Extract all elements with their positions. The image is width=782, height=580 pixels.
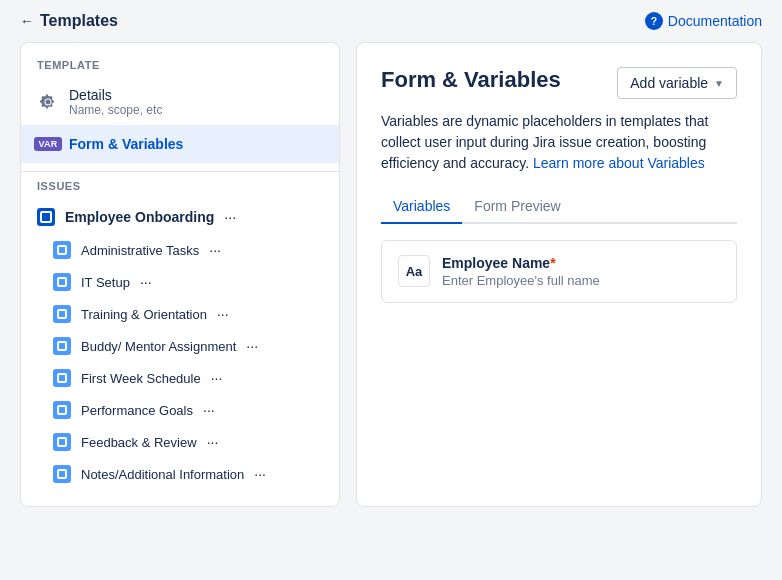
issue-child-title: Performance Goals [81, 403, 193, 418]
sidebar-divider [21, 171, 339, 172]
issue-child-item[interactable]: Performance Goals ··· [21, 394, 339, 426]
issue-child-icon [53, 337, 71, 355]
issues-section-label: ISSUES [21, 180, 339, 200]
add-variable-button[interactable]: Add variable ▼ [617, 67, 737, 99]
issue-child-item[interactable]: Administrative Tasks ··· [21, 234, 339, 266]
issue-parent-icon [37, 208, 55, 226]
issue-child-title: Feedback & Review [81, 435, 197, 450]
variable-name: Employee Name* [442, 255, 720, 271]
issue-child-menu[interactable]: ··· [217, 306, 229, 322]
variable-name-text: Employee Name [442, 255, 550, 271]
documentation-link[interactable]: ? Documentation [645, 12, 762, 30]
right-panel: Form & Variables Add variable ▼ Variable… [356, 42, 762, 507]
documentation-label: Documentation [668, 13, 762, 29]
details-text: Details Name, scope, etc [69, 87, 323, 117]
issue-child-icon [53, 305, 71, 323]
panel-title: Form & Variables [381, 67, 561, 93]
issue-child-menu[interactable]: ··· [207, 434, 219, 450]
top-bar: ← Templates ? Documentation [0, 0, 782, 42]
gear-icon [37, 91, 59, 113]
issue-child-menu[interactable]: ··· [140, 274, 152, 290]
issue-parent-item[interactable]: Employee Onboarding ··· [21, 200, 339, 234]
sidebar: TEMPLATE Details Name, scope, etc VAR Fo… [20, 42, 340, 507]
issue-child-title: Buddy/ Mentor Assignment [81, 339, 236, 354]
form-variables-text: Form & Variables [69, 136, 323, 152]
template-section-label: TEMPLATE [21, 59, 339, 79]
issue-child-menu[interactable]: ··· [254, 466, 266, 482]
tab-form-preview[interactable]: Form Preview [462, 190, 572, 224]
issue-child-title: Administrative Tasks [81, 243, 199, 258]
issue-child-icon [53, 465, 71, 483]
issue-child-menu[interactable]: ··· [211, 370, 223, 386]
issue-child-menu[interactable]: ··· [209, 242, 221, 258]
form-variables-title: Form & Variables [69, 136, 323, 152]
variable-placeholder: Enter Employee's full name [442, 273, 720, 288]
required-marker: * [550, 255, 555, 271]
issue-child-item[interactable]: Notes/Additional Information ··· [21, 458, 339, 490]
sidebar-item-details[interactable]: Details Name, scope, etc [21, 79, 339, 125]
chevron-down-icon: ▼ [714, 78, 724, 89]
issue-parent-title: Employee Onboarding [65, 209, 214, 225]
tab-variables[interactable]: Variables [381, 190, 462, 224]
issue-child-title: First Week Schedule [81, 371, 201, 386]
issue-child-icon [53, 433, 71, 451]
details-title: Details [69, 87, 323, 103]
issue-child-item[interactable]: First Week Schedule ··· [21, 362, 339, 394]
issue-child-item[interactable]: IT Setup ··· [21, 266, 339, 298]
variable-card: Aa Employee Name* Enter Employee's full … [381, 240, 737, 303]
issue-parent-menu[interactable]: ··· [224, 209, 236, 225]
learn-more-link[interactable]: Learn more about Variables [533, 155, 705, 171]
variable-type-icon: Aa [398, 255, 430, 287]
sidebar-item-form-variables[interactable]: VAR Form & Variables [21, 125, 339, 163]
add-variable-label: Add variable [630, 75, 708, 91]
panel-header: Form & Variables Add variable ▼ [381, 67, 737, 99]
issue-child-icon [53, 241, 71, 259]
issue-child-item[interactable]: Feedback & Review ··· [21, 426, 339, 458]
issue-child-icon [53, 273, 71, 291]
issue-child-title: IT Setup [81, 275, 130, 290]
tabs: Variables Form Preview [381, 190, 737, 224]
details-subtitle: Name, scope, etc [69, 103, 323, 117]
variable-info: Employee Name* Enter Employee's full nam… [442, 255, 720, 288]
issue-child-item[interactable]: Buddy/ Mentor Assignment ··· [21, 330, 339, 362]
issue-child-menu[interactable]: ··· [246, 338, 258, 354]
var-badge: VAR [34, 137, 61, 151]
documentation-icon: ? [645, 12, 663, 30]
issue-child-icon [53, 401, 71, 419]
issue-child-title: Training & Orientation [81, 307, 207, 322]
issue-child-icon [53, 369, 71, 387]
main-layout: TEMPLATE Details Name, scope, etc VAR Fo… [0, 42, 782, 527]
issue-child-title: Notes/Additional Information [81, 467, 244, 482]
back-arrow-icon: ← [20, 13, 34, 29]
page-title: Templates [40, 12, 118, 30]
child-issues-container: Administrative Tasks ··· IT Setup ··· Tr… [21, 234, 339, 490]
issue-child-item[interactable]: Training & Orientation ··· [21, 298, 339, 330]
panel-description: Variables are dynamic placeholders in te… [381, 111, 737, 174]
issue-child-menu[interactable]: ··· [203, 402, 215, 418]
var-badge-icon: VAR [37, 133, 59, 155]
back-link[interactable]: ← Templates [20, 12, 118, 30]
